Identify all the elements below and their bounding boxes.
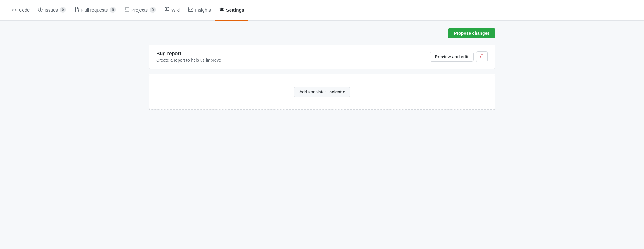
code-icon: <> <box>12 7 17 13</box>
tab-insights-label: Insights <box>195 7 211 13</box>
issues-badge: 0 <box>60 7 66 13</box>
delete-template-button[interactable] <box>476 51 488 62</box>
preview-edit-button[interactable]: Preview and edit <box>430 52 474 62</box>
pull-requests-badge: 6 <box>110 7 116 13</box>
template-info: Bug report Create a report to help us im… <box>156 51 221 63</box>
template-title: Bug report <box>156 51 221 56</box>
projects-badge: 0 <box>150 7 156 13</box>
template-actions: Preview and edit <box>430 51 488 62</box>
tab-settings-label: Settings <box>226 7 244 13</box>
add-template-box: Add template: select ▾ <box>149 74 495 110</box>
tab-projects[interactable]: Projects 0 <box>120 0 160 21</box>
add-template-button[interactable]: Add template: select ▾ <box>294 87 350 97</box>
toolbar: Propose changes <box>149 28 495 38</box>
settings-icon <box>219 7 224 13</box>
dropdown-arrow-icon: ▾ <box>343 90 345 94</box>
tab-insights[interactable]: Insights <box>184 0 215 21</box>
top-nav: <> Code ⓘ Issues 0 Pull requests 6 Proje… <box>0 0 644 21</box>
wiki-icon <box>165 7 169 13</box>
trash-icon <box>479 54 484 60</box>
template-description: Create a report to help us improve <box>156 58 221 63</box>
tab-wiki-label: Wiki <box>171 7 180 13</box>
insights-icon <box>188 7 193 13</box>
tab-issues[interactable]: ⓘ Issues 0 <box>34 0 70 21</box>
add-template-prefix: Add template: <box>299 89 326 94</box>
issues-icon: ⓘ <box>38 7 43 13</box>
tab-wiki[interactable]: Wiki <box>160 0 184 21</box>
template-card: Bug report Create a report to help us im… <box>149 45 495 69</box>
tab-code-label: Code <box>19 7 30 13</box>
add-template-select-label: select <box>329 89 342 94</box>
tab-settings[interactable]: Settings <box>215 0 248 21</box>
tab-pull-requests-label: Pull requests <box>81 7 108 13</box>
pull-requests-icon <box>74 7 79 13</box>
tab-issues-label: Issues <box>45 7 58 13</box>
projects-icon <box>125 7 129 13</box>
propose-changes-button[interactable]: Propose changes <box>448 28 495 38</box>
tab-code[interactable]: <> Code <box>7 0 34 21</box>
content-area: Propose changes Bug report Create a repo… <box>139 21 505 117</box>
tab-pull-requests[interactable]: Pull requests 6 <box>70 0 120 21</box>
tab-projects-label: Projects <box>131 7 148 13</box>
